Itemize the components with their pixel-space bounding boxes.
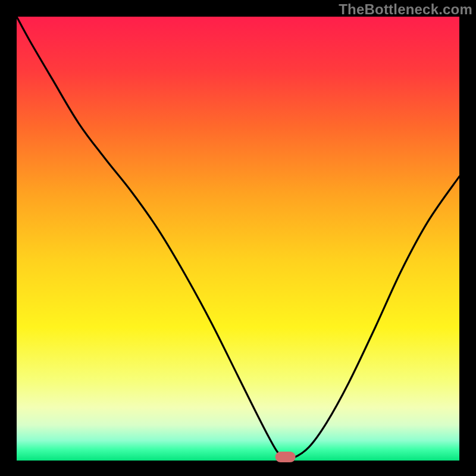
watermark-text: TheBottleneck.com xyxy=(339,1,472,18)
bottleneck-chart xyxy=(0,0,476,476)
plot-area xyxy=(17,17,459,461)
optimal-marker xyxy=(275,452,296,462)
